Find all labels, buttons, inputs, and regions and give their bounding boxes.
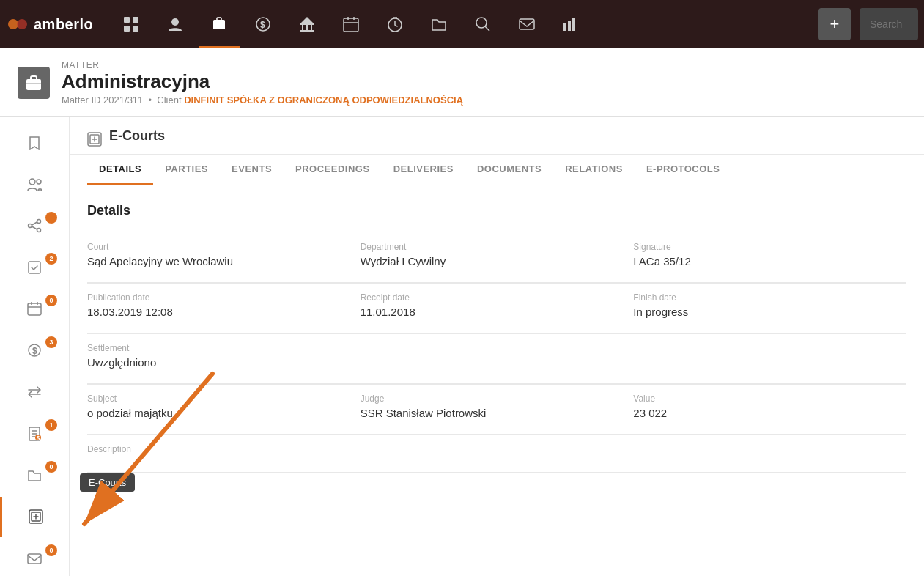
email-nav-icon <box>519 16 535 32</box>
judge-value: SSR Stanisław Piotrowski <box>361 407 634 419</box>
signature-label: Signature <box>633 242 906 252</box>
value-label: Value <box>633 394 906 404</box>
nav-matters[interactable] <box>199 0 240 48</box>
tab-parties[interactable]: PARTIES <box>153 155 220 185</box>
description-field: Description <box>87 435 906 472</box>
matter-id-value: 2021/311 <box>103 95 143 106</box>
folder-badge: 0 <box>45 461 57 473</box>
nav-billing[interactable]: $ <box>243 0 284 48</box>
logo-icon <box>6 12 29 36</box>
sidebar-item-calendar[interactable]: 0 <box>0 289 69 329</box>
logo[interactable]: amberlo <box>6 12 93 36</box>
subject-label: Subject <box>87 394 361 404</box>
details-section: Details Court Sąd Apelacyjny we Wrocławi… <box>70 185 924 473</box>
tab-deliveries[interactable]: DELIVERIES <box>382 155 465 185</box>
sidebar-item-ecourts[interactable]: E-Courts <box>0 497 69 537</box>
add-button[interactable]: + <box>818 8 851 40</box>
svg-rect-5 <box>133 26 138 32</box>
nav-timer[interactable] <box>374 0 415 48</box>
content-area: E-Courts DETAILS PARTIES EVENTS PROCEEDI… <box>70 117 924 576</box>
tab-eprotocols[interactable]: E-PROTOCOLS <box>635 155 732 185</box>
contacts-icon <box>167 16 183 32</box>
tab-events[interactable]: EVENTS <box>220 155 284 185</box>
bookmark-icon <box>27 136 42 150</box>
ecourts-tabs: DETAILS PARTIES EVENTS PROCEEDINGS DELIV… <box>70 155 924 185</box>
value-field: Value 23 022 <box>633 385 906 435</box>
left-sidebar: 2 0 $ 3 <box>0 117 70 576</box>
value-value: 23 022 <box>633 407 906 419</box>
invoices-icon: $ <box>27 427 42 441</box>
nav-contacts[interactable] <box>155 0 196 48</box>
folder-icon <box>431 16 447 32</box>
content-section-title: E-Courts <box>109 128 165 154</box>
sidebar-item-invoices[interactable]: $ 1 <box>0 413 69 454</box>
svg-rect-20 <box>572 18 575 31</box>
fields-row-5: Description <box>87 435 906 473</box>
department-label: Department <box>361 242 634 252</box>
svg-text:$: $ <box>37 434 40 441</box>
signature-value: I ACa 35/12 <box>633 255 906 267</box>
calendar-icon <box>343 16 359 32</box>
bank-icon <box>299 16 315 32</box>
sidebar-item-share[interactable] <box>0 206 69 246</box>
tab-proceedings[interactable]: PROCEEDINGS <box>284 155 382 185</box>
tab-documents[interactable]: DOCUMENTS <box>465 155 553 185</box>
nav-email[interactable] <box>506 0 547 48</box>
publication-date-field: Publication date 18.03.2019 12:08 <box>87 284 361 333</box>
settlement-value: Uwzględniono <box>87 356 906 369</box>
svg-rect-18 <box>563 23 566 31</box>
receipt-date-field: Receipt date 11.01.2018 <box>361 284 634 333</box>
svg-rect-7 <box>213 20 225 29</box>
sidebar-item-billing[interactable]: $ 3 <box>0 331 69 371</box>
tab-relations[interactable]: RELATIONS <box>553 155 635 185</box>
svg-point-6 <box>171 18 179 26</box>
briefcase-icon <box>25 74 42 92</box>
email2-badge: 0 <box>45 544 57 556</box>
sidebar-item-tasks[interactable]: 2 <box>0 247 69 287</box>
svg-text:$: $ <box>260 20 265 30</box>
sidebar-item-bookmark[interactable] <box>0 122 69 163</box>
nav-bank[interactable] <box>287 0 328 48</box>
receipt-date-value: 11.01.2018 <box>361 306 634 318</box>
nav-analytics[interactable] <box>550 0 591 48</box>
settlement-label: Settlement <box>87 343 906 353</box>
tab-details[interactable]: DETAILS <box>87 155 153 185</box>
sidebar-item-people[interactable] <box>0 164 69 204</box>
matter-icon <box>18 67 50 99</box>
ecourts-tooltip: E-Courts <box>80 473 135 492</box>
analytics-icon <box>563 16 579 32</box>
fields-row-1: Court Sąd Apelacyjny we Wrocławiu Depart… <box>87 233 906 284</box>
svg-rect-27 <box>29 262 40 273</box>
matter-id-label: Matter ID <box>62 95 100 106</box>
matter-label: Matter <box>62 60 463 70</box>
matter-title: Administracyjna <box>62 70 463 93</box>
svg-rect-4 <box>124 26 130 32</box>
people-icon <box>26 176 42 192</box>
nav-dashboard[interactable] <box>111 0 152 48</box>
matter-meta: Matter ID 2021/311 • Client DINFINIT SPÓ… <box>62 95 463 106</box>
sidebar-item-email[interactable]: 0 <box>0 539 69 576</box>
court-label: Court <box>87 242 361 252</box>
svg-rect-14 <box>344 18 358 32</box>
nav-calendar[interactable] <box>330 0 372 48</box>
matter-info: Matter Administracyjna Matter ID 2021/31… <box>62 60 463 106</box>
client-link[interactable]: DINFINIT SPÓŁKA Z OGRANICZONĄ ODPOWIEDZI… <box>184 95 463 106</box>
judge-field: Judge SSR Stanisław Piotrowski <box>361 385 634 435</box>
main-layout: 2 0 $ 3 <box>0 117 924 576</box>
svg-rect-12 <box>306 25 308 30</box>
svg-rect-13 <box>311 25 312 30</box>
ecourts-section-icon <box>87 132 102 150</box>
svg-rect-10 <box>300 23 314 25</box>
matter-header: Matter Administracyjna Matter ID 2021/31… <box>0 48 924 117</box>
details-heading: Details <box>87 203 906 218</box>
svg-rect-2 <box>124 17 130 23</box>
sidebar-item-transfer[interactable] <box>0 372 69 413</box>
nav-documents[interactable] <box>418 0 459 48</box>
sidebar-item-folder[interactable]: 0 <box>0 455 69 495</box>
signature-field: Signature I ACa 35/12 <box>633 233 906 283</box>
nav-search[interactable] <box>462 0 503 48</box>
ecourts-header-icon <box>87 132 102 147</box>
court-field: Court Sąd Apelacyjny we Wrocławiu <box>87 233 361 283</box>
settlement-field: Settlement Uwzględniono <box>87 334 906 384</box>
search-input[interactable] <box>860 8 918 40</box>
